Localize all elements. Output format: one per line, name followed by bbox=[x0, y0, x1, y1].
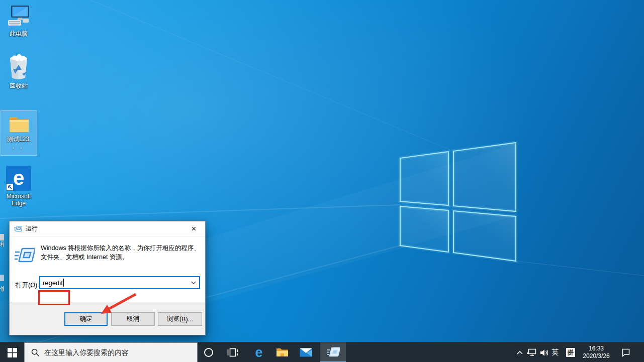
speaker-icon bbox=[540, 349, 549, 356]
taskbar-mail-button[interactable] bbox=[296, 342, 316, 362]
desktop-icon-label: 测试123. bbox=[7, 136, 31, 143]
edge-icon: e bbox=[255, 346, 262, 359]
search-input[interactable] bbox=[44, 348, 190, 356]
recycle-bin-icon bbox=[7, 54, 30, 81]
folder-icon bbox=[9, 114, 30, 134]
desktop-icon-label: Microsoft bbox=[7, 193, 31, 200]
run-taskbar-icon bbox=[327, 346, 340, 358]
tray-volume-button[interactable] bbox=[538, 342, 550, 362]
svg-text:e: e bbox=[13, 167, 24, 189]
chevron-down-icon[interactable] bbox=[190, 278, 198, 287]
run-dialog-footer: 确定 取消 浏览(B)... bbox=[10, 302, 205, 335]
file-explorer-icon bbox=[276, 347, 289, 357]
description-line2: 文件夹、文档或 Internet 资源。 bbox=[41, 253, 201, 262]
desktop-icon-recycle-bin[interactable]: 回收站 bbox=[1, 54, 37, 89]
desktop-icon-label-line2: Edge bbox=[12, 200, 26, 207]
cortana-icon bbox=[204, 347, 214, 357]
desktop: 此电脑 回收站 测试123. 。 。 bbox=[0, 0, 644, 362]
network-icon bbox=[527, 348, 536, 356]
description-line1: Windows 将根据你所输入的名称，为你打开相应的程序、 bbox=[41, 244, 201, 253]
run-command-input[interactable]: regedit bbox=[39, 276, 200, 289]
desktop-icon-this-pc[interactable]: 此电脑 bbox=[1, 5, 37, 37]
taskbar-run-app-button[interactable] bbox=[320, 342, 346, 362]
run-icon bbox=[15, 246, 35, 265]
hidden-desktop-icon-fragment bbox=[0, 275, 4, 281]
ok-button[interactable]: 确定 bbox=[64, 312, 108, 326]
run-command-value: regedit bbox=[43, 279, 63, 287]
search-icon bbox=[31, 348, 40, 357]
close-icon[interactable]: × bbox=[182, 221, 205, 236]
hidden-desktop-icon-label-fragment: 修 bbox=[0, 285, 4, 292]
hidden-desktop-icon-label-fragment: 稍 bbox=[0, 240, 4, 247]
tray-date: 2020/3/26 bbox=[583, 352, 609, 360]
mail-icon bbox=[300, 348, 312, 357]
tray-ime-language-button[interactable]: 英 bbox=[549, 342, 561, 362]
run-dialog-body: Windows 将根据你所输入的名称，为你打开相应的程序、 文件夹、文档或 In… bbox=[10, 236, 205, 302]
taskbar-search-box[interactable] bbox=[24, 342, 198, 362]
task-view-button[interactable] bbox=[223, 342, 243, 362]
windows-logo-icon bbox=[8, 348, 17, 357]
tray-clock[interactable]: 16:33 2020/3/26 bbox=[578, 342, 614, 362]
run-dialog-titlebar[interactable]: 运行 × bbox=[10, 221, 205, 236]
cortana-button[interactable] bbox=[198, 342, 220, 362]
text-cursor bbox=[63, 279, 64, 287]
taskbar-edge-button[interactable]: e bbox=[249, 342, 269, 362]
this-pc-icon bbox=[7, 5, 30, 29]
tray-show-hidden-icons-button[interactable] bbox=[515, 342, 525, 362]
browse-button[interactable]: 浏览(B)... bbox=[158, 312, 202, 326]
taskbar: e bbox=[0, 342, 644, 362]
task-view-icon bbox=[227, 347, 238, 357]
chevron-up-icon bbox=[516, 350, 523, 354]
open-label: 打开(O): bbox=[16, 279, 39, 292]
desktop-icon-label: 回收站 bbox=[10, 82, 28, 89]
start-button[interactable] bbox=[0, 342, 24, 362]
desktop-icon-test-folder[interactable]: 测试123. 。 。 bbox=[1, 111, 37, 155]
run-dialog-titlebar-icon bbox=[14, 225, 22, 232]
tray-ime-mode-button[interactable]: 拼 bbox=[566, 348, 575, 357]
run-dialog-description: Windows 将根据你所输入的名称，为你打开相应的程序、 文件夹、文档或 In… bbox=[41, 244, 201, 262]
edge-icon: e bbox=[6, 165, 32, 191]
run-dialog: 运行 × Windows 将根据你所输入的名称，为你打开相应的程序、 文件夹、文… bbox=[9, 221, 206, 335]
desktop-icon-label-line2: 。 。 bbox=[12, 143, 26, 150]
desktop-icon-label: 此电脑 bbox=[10, 30, 28, 37]
action-center-button[interactable] bbox=[619, 342, 632, 362]
cancel-button[interactable]: 取消 bbox=[111, 312, 155, 326]
action-center-icon bbox=[621, 348, 630, 357]
tray-network-button[interactable] bbox=[525, 342, 538, 362]
tray-time: 16:33 bbox=[589, 345, 604, 352]
desktop-icon-microsoft-edge[interactable]: e Microsoft Edge bbox=[1, 165, 37, 207]
taskbar-file-explorer-button[interactable] bbox=[272, 342, 292, 362]
shortcut-arrow-icon bbox=[7, 184, 13, 190]
run-dialog-title: 运行 bbox=[26, 224, 38, 233]
